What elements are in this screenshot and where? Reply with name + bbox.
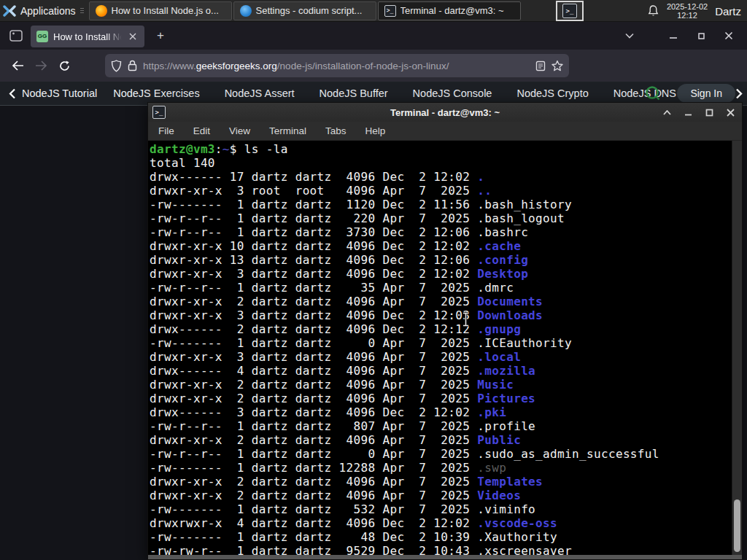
terminal-line: -rw------- 1 dartz dartz 532 Apr 7 2025 … <box>150 502 730 516</box>
shield-icon[interactable] <box>111 60 122 72</box>
terminal-line: drwxr-xr-x 10 dartz dartz 4096 Dec 2 12:… <box>150 239 730 253</box>
terminal-line: -rw-r--r-- 1 dartz dartz 3730 Dec 2 12:0… <box>150 225 730 239</box>
terminal-line: drwxr-xr-x 3 dartz dartz 4096 Dec 2 12:0… <box>150 308 730 322</box>
firefox-view-icon[interactable] <box>6 26 26 45</box>
menu-file[interactable]: File <box>158 125 174 136</box>
browser-tab-active[interactable]: GG How to Install Node.js on <box>31 26 144 47</box>
terminal-output[interactable]: dartz@vm3:~$ ls -la total 140 drwx------… <box>148 141 742 556</box>
terminal-bottom-edge <box>148 555 742 559</box>
terminal-line: drwxr-xr-x 2 dartz dartz 4096 Apr 7 2025… <box>150 475 730 489</box>
terminal-line: drwxrwxr-x 4 dartz dartz 4096 Dec 2 12:0… <box>150 516 730 530</box>
panel-separator <box>80 4 86 18</box>
terminal-line: -rw-r--r-- 1 dartz dartz 220 Apr 7 2025 … <box>150 211 730 225</box>
terminal-line: -rw------- 1 dartz dartz 1120 Dec 2 11:5… <box>150 198 730 211</box>
nav-link[interactable]: NodeJS Assert <box>225 88 295 99</box>
terminal-shade-icon[interactable] <box>661 106 673 118</box>
terminal-close-icon[interactable] <box>724 106 736 118</box>
taskbar-label: Terminal - dartz@vm3: ~ <box>400 5 504 16</box>
nav-link[interactable]: NodeJS Console <box>413 88 492 99</box>
terminal-line: drwx------ 2 dartz dartz 4096 Dec 2 12:1… <box>150 322 730 336</box>
nav-link[interactable]: NodeJS Buffer <box>320 88 388 99</box>
terminal-line: drwxr-xr-x 3 dartz dartz 4096 Dec 2 12:0… <box>150 267 730 281</box>
nav-link[interactable]: NodeJS Crypto <box>516 88 588 99</box>
terminal-line: -rw-r--r-- 1 dartz dartz 35 Apr 7 2025 .… <box>150 281 730 295</box>
firefox-tabbar: GG How to Install Node.js on + <box>0 22 747 50</box>
nav-scroll-left-chevron-icon[interactable] <box>9 88 16 99</box>
terminal-maximize-icon[interactable] <box>703 106 715 118</box>
menu-tabs[interactable]: Tabs <box>325 125 347 136</box>
clock-date: 2025-12-02 <box>667 2 708 11</box>
terminal-line: drwxr-xr-x 13 dartz dartz 4096 Dec 2 12:… <box>150 253 730 267</box>
gfg-favicon: GG <box>36 31 48 42</box>
window-maximize-icon[interactable] <box>690 26 712 45</box>
new-tab-button[interactable]: + <box>150 26 171 45</box>
taskbar-button-codium[interactable]: Settings - codium script... <box>233 1 376 20</box>
nav-link-tutorial[interactable]: NodeJS Tutorial <box>22 88 97 99</box>
terminal-line: drwx------ 3 dartz dartz 4096 Dec 2 12:0… <box>150 405 730 419</box>
codium-icon <box>240 5 252 17</box>
applications-menu-button[interactable]: Applications <box>0 0 80 22</box>
mouse-cursor-ibeam-icon <box>462 312 470 327</box>
terminal-icon: >_ <box>562 4 577 18</box>
reader-mode-icon[interactable] <box>535 61 546 71</box>
terminal-line: drwxr-xr-x 2 dartz dartz 4096 Apr 7 2025… <box>150 392 730 405</box>
terminal-line: drwx------ 17 dartz dartz 4096 Dec 2 12:… <box>150 170 730 184</box>
window-close-icon[interactable] <box>718 26 740 45</box>
terminal-scrollbar[interactable] <box>732 141 742 556</box>
bookmark-star-icon[interactable] <box>551 60 563 71</box>
terminal-line: -rw------- 1 dartz dartz 48 Dec 2 10:39 … <box>150 530 730 544</box>
terminal-scrollbar-thumb[interactable] <box>734 499 740 552</box>
notification-bell-icon[interactable] <box>647 4 659 18</box>
terminal-line: drwx------ 4 dartz dartz 4096 Apr 7 2025… <box>150 364 730 378</box>
taskbar-button-firefox[interactable]: How to Install Node.js o... <box>89 1 232 20</box>
top-panel: Applications How to Install Node.js o...… <box>0 0 747 22</box>
tab-close-icon[interactable] <box>127 31 139 42</box>
terminal-titlebar[interactable]: >_ Terminal - dartz@vm3: ~ <box>148 103 742 122</box>
back-button[interactable] <box>6 55 29 77</box>
applications-icon <box>3 4 16 18</box>
terminal-line: -rw------- 1 dartz dartz 12288 Apr 7 202… <box>150 461 730 475</box>
terminal-line: drwxr-xr-x 2 dartz dartz 4096 Apr 7 2025… <box>150 295 730 308</box>
firefox-toolbar: https://www.geeksforgeeks.org/node-js/in… <box>0 50 747 82</box>
taskbar-label: How to Install Node.js o... <box>112 5 219 16</box>
menu-view[interactable]: View <box>229 125 250 136</box>
terminal-total-line: total 140 <box>150 156 730 170</box>
clock-time: 12:12 <box>667 11 708 20</box>
url-text: https://www.geeksforgeeks.org/node-js/in… <box>143 61 530 71</box>
terminal-line: drwxr-xr-x 2 dartz dartz 4096 Apr 7 2025… <box>150 378 730 392</box>
terminal-minimize-icon[interactable] <box>682 106 694 118</box>
nav-link[interactable]: NodeJS Exercises <box>113 88 199 99</box>
terminal-line: -rw-r--r-- 1 dartz dartz 807 Apr 7 2025 … <box>150 419 730 433</box>
tray-terminal-launcher[interactable]: >_ <box>556 1 584 21</box>
terminal-line: drwxr-xr-x 2 dartz dartz 4096 Apr 7 2025… <box>150 433 730 447</box>
terminal-window: >_ Terminal - dartz@vm3: ~ File Edit <box>147 102 743 560</box>
terminal-title: Terminal - dartz@vm3: ~ <box>148 107 742 118</box>
lock-icon[interactable] <box>128 60 137 71</box>
firefox-icon <box>96 5 107 17</box>
terminal-line: drwxr-xr-x 3 dartz dartz 4096 Apr 7 2025… <box>150 350 730 364</box>
terminal-line: drwxr-xr-x 2 dartz dartz 4096 Apr 7 2025… <box>150 489 730 502</box>
reload-button[interactable] <box>53 55 76 77</box>
desktop: Applications How to Install Node.js o...… <box>0 0 747 560</box>
signin-button[interactable]: Sign In <box>677 84 735 103</box>
url-bar[interactable]: https://www.geeksforgeeks.org/node-js/in… <box>105 54 569 77</box>
list-all-tabs-chevron-icon[interactable] <box>619 26 640 45</box>
terminal-line: -rw-r--r-- 1 dartz dartz 0 Apr 7 2025 .s… <box>150 447 730 461</box>
taskbar-button-terminal[interactable]: >_ Terminal - dartz@vm3: ~ <box>378 1 521 20</box>
terminal-menubar: File Edit View Terminal Tabs Help <box>148 122 742 141</box>
forward-button[interactable] <box>29 55 53 77</box>
terminal-line: drwxr-xr-x 3 root root 4096 Apr 7 2025 .… <box>150 184 730 198</box>
menu-edit[interactable]: Edit <box>193 125 210 136</box>
taskbar-label: Settings - codium script... <box>256 5 363 16</box>
user-menu-button[interactable]: Dartz <box>715 5 743 18</box>
tab-title: How to Install Node.js on <box>53 31 122 42</box>
gfg-search-icon[interactable] <box>645 85 661 101</box>
terminal-line: -rw------- 1 dartz dartz 0 Apr 7 2025 .I… <box>150 336 730 350</box>
terminal-icon: >_ <box>384 5 396 17</box>
applications-label: Applications <box>20 5 76 17</box>
panel-clock[interactable]: 2025-12-02 12:12 <box>667 2 708 20</box>
menu-help[interactable]: Help <box>365 125 386 136</box>
window-minimize-icon[interactable] <box>662 26 684 45</box>
menu-terminal[interactable]: Terminal <box>269 125 306 136</box>
terminal-prompt-line: dartz@vm3:~$ ls -la <box>150 142 730 156</box>
